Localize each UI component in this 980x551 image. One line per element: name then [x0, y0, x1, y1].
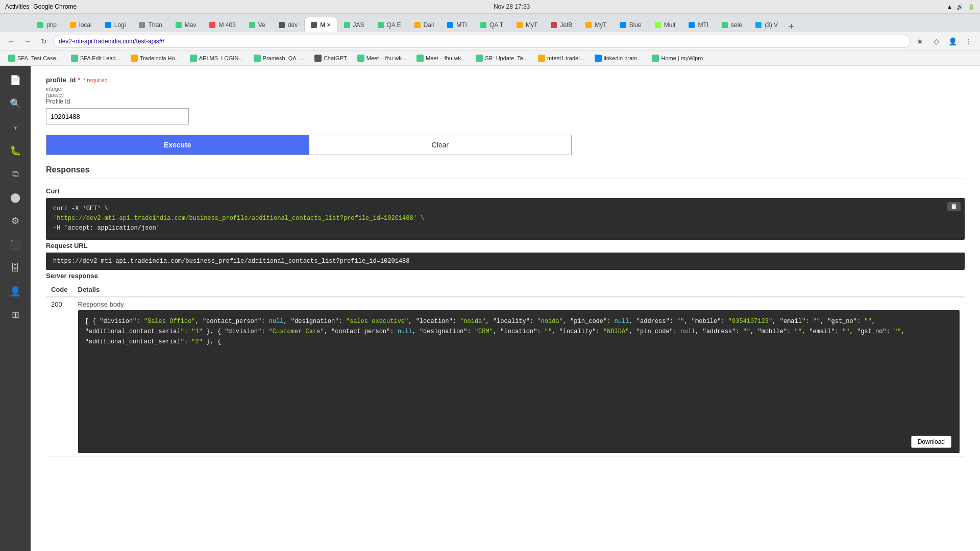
- required-text: * required: [83, 77, 108, 83]
- address-input[interactable]: [53, 35, 911, 48]
- server-response-label: Server response: [46, 272, 965, 280]
- tab-tab6[interactable]: M 403: [203, 17, 242, 32]
- settings-icon[interactable]: ⚙: [5, 211, 26, 231]
- forward-button[interactable]: →: [20, 34, 35, 48]
- execute-button[interactable]: Execute: [46, 135, 309, 155]
- tab-tab4[interactable]: Than: [132, 17, 168, 32]
- bookmark-item[interactable]: Tradeindia Ho...: [127, 53, 184, 64]
- back-button[interactable]: ←: [4, 34, 18, 48]
- database-icon[interactable]: 🗄: [5, 258, 26, 278]
- main-content: profile_id * * required integer (query) …: [31, 66, 980, 551]
- responses-section: Responses Curl curl -X 'GET' \ 'https://…: [46, 165, 965, 457]
- param-description: Profile Id: [46, 98, 965, 105]
- user-icon[interactable]: 👤: [5, 281, 26, 302]
- bookmark-item[interactable]: AELMS_LOGIN...: [186, 53, 248, 64]
- bookmark-item[interactable]: SFA Edit Lead...: [67, 53, 125, 64]
- nav-bar: ← → ↻ ★ ◇ 👤 ⋮: [0, 32, 980, 51]
- activities-label[interactable]: Activities: [5, 3, 29, 10]
- tab-tab3[interactable]: Logi: [99, 17, 133, 32]
- profile-id-input[interactable]: [46, 108, 189, 124]
- tab-tab19[interactable]: Mult: [648, 17, 682, 32]
- wifi-icon: ▲: [947, 4, 952, 10]
- os-bar-left: Activities Google Chrome: [5, 3, 77, 10]
- tab-tab7[interactable]: Ve: [242, 17, 272, 32]
- download-button[interactable]: Download: [911, 436, 951, 448]
- tab-tab15[interactable]: MyT: [510, 17, 544, 32]
- tab-tab8[interactable]: dev: [272, 17, 304, 32]
- response-body-block[interactable]: [ { "division": "Sales Office", "contact…: [78, 310, 960, 453]
- curl-label: Curl: [46, 187, 965, 195]
- tab-tab16[interactable]: JetB: [544, 17, 579, 32]
- code-header: Code: [46, 283, 73, 297]
- sidebar: 📄🔍⑂🐛⧉⬤⚙⬛🗄👤⊞: [0, 66, 31, 551]
- tab-tab14[interactable]: QA T: [474, 17, 510, 32]
- response-row-200: 200 Response body [ { "division": "Sales…: [46, 297, 965, 457]
- os-bar-right: ▲ 🔊 🔋: [947, 4, 975, 10]
- chrome-icon[interactable]: ⬤: [5, 187, 26, 208]
- tab-tab13[interactable]: MTI: [440, 17, 474, 32]
- param-section: profile_id * * required integer (query) …: [46, 76, 965, 124]
- tab-tab22[interactable]: (3) V: [749, 17, 785, 32]
- param-name-label: profile_id: [46, 76, 76, 84]
- swagger-content: profile_id * * required integer (query) …: [31, 66, 980, 475]
- response-body-label: Response body: [78, 300, 960, 308]
- tab-tab10[interactable]: JAS: [337, 17, 371, 32]
- apps-icon[interactable]: ⊞: [5, 305, 26, 325]
- tab-bar: phplocalLogiThanMavM 403VedevM ×JASQA ED…: [0, 14, 980, 32]
- bookmark-item[interactable]: Home | myWipro: [648, 53, 707, 64]
- response-code: 200: [46, 297, 73, 457]
- bookmarks-bar: SFA_Test Case...SFA Edit Lead...Tradeind…: [0, 51, 980, 66]
- required-star: *: [78, 76, 82, 84]
- browser-chrome: phplocalLogiThanMavM 403VedevM ×JASQA ED…: [0, 14, 980, 66]
- tab-tab2[interactable]: local: [63, 17, 99, 32]
- files-icon[interactable]: 📄: [5, 70, 26, 90]
- tab-tab1[interactable]: php: [31, 17, 63, 32]
- bookmark-item[interactable]: Pramesh_QA_...: [250, 53, 308, 64]
- clear-button[interactable]: Clear: [309, 135, 572, 155]
- tab-tab11[interactable]: QA E: [371, 17, 408, 32]
- volume-icon: 🔊: [957, 4, 964, 10]
- curl-copy-button[interactable]: 📋: [947, 202, 961, 211]
- curl-line1: curl -X 'GET' \: [53, 205, 108, 212]
- response-table: Code Details 200 Response body [ { "divi…: [46, 283, 965, 457]
- bookmark-item[interactable]: linkedin pram...: [591, 53, 646, 64]
- menu-button[interactable]: ⋮: [962, 34, 976, 48]
- bookmark-item[interactable]: mtest1.tradei...: [534, 53, 589, 64]
- tab-tab17[interactable]: MyT: [579, 17, 613, 32]
- curl-line3: -H 'accept: application/json': [53, 224, 160, 232]
- responses-title: Responses: [46, 165, 965, 179]
- search-icon[interactable]: 🔍: [5, 93, 26, 114]
- bookmark-item[interactable]: Meet – fhu-wk...: [412, 53, 470, 64]
- param-name-row: profile_id * * required: [46, 76, 965, 84]
- bookmark-item[interactable]: SFA_Test Case...: [4, 53, 65, 64]
- tab-tab5[interactable]: Mav: [169, 17, 203, 32]
- terminal-icon[interactable]: ⬛: [5, 234, 26, 255]
- bookmark-item[interactable]: ChatGPT: [310, 53, 351, 64]
- response-details: Response body [ { "division": "Sales Off…: [73, 297, 965, 457]
- extensions-button[interactable]: ◇: [929, 34, 943, 48]
- param-query: (query): [46, 92, 965, 98]
- tab-tab20[interactable]: MTI: [682, 17, 715, 32]
- tab-tab18[interactable]: Blue: [614, 17, 648, 32]
- reload-button[interactable]: ↻: [37, 34, 51, 48]
- bookmark-item[interactable]: SR_Update_Te...: [472, 53, 532, 64]
- nav-right: ★ ◇ 👤 ⋮: [913, 34, 976, 48]
- debug-icon[interactable]: 🐛: [5, 140, 26, 161]
- param-type: integer: [46, 86, 965, 92]
- curl-block: curl -X 'GET' \ 'https://dev2-mti-api.tr…: [46, 198, 965, 240]
- profile-button[interactable]: 👤: [945, 34, 960, 48]
- app-name: Google Chrome: [33, 3, 77, 10]
- extensions-icon[interactable]: ⧉: [5, 164, 26, 184]
- datetime: Nov 28 17:33: [494, 3, 530, 10]
- tab-tab9[interactable]: M ×: [304, 17, 337, 32]
- tab-tab12[interactable]: Dail: [408, 17, 441, 32]
- request-url-block: https://dev2-mti-api.tradeindia.com/busi…: [46, 253, 965, 270]
- new-tab-button[interactable]: +: [785, 21, 798, 32]
- action-buttons: Execute Clear: [46, 135, 572, 155]
- tab-tab21[interactable]: sele: [715, 17, 749, 32]
- source-control-icon[interactable]: ⑂: [5, 117, 26, 137]
- bookmark-button[interactable]: ★: [913, 34, 927, 48]
- curl-line2: 'https://dev2-mti-api.tradeindia.com/bus…: [53, 215, 424, 222]
- bookmark-item[interactable]: Meet – fhu-wk...: [353, 53, 410, 64]
- os-bar: Activities Google Chrome Nov 28 17:33 ▲ …: [0, 0, 980, 14]
